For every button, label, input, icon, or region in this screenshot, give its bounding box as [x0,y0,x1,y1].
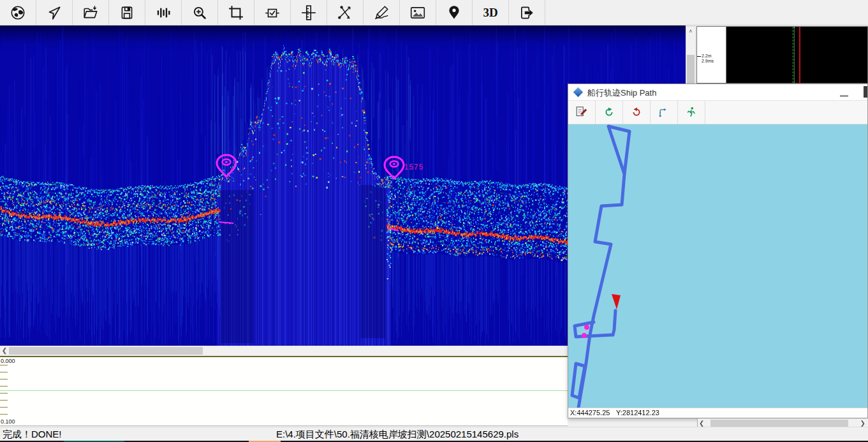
ascan-trace-line-white [794,27,795,83]
track-edit-button[interactable] [568,101,596,124]
ascan-scale-tick [697,56,701,57]
cross-measure-button[interactable] [327,0,364,25]
path-nodes-button[interactable] [651,101,678,124]
gate-box-icon [264,4,281,21]
ruler-button[interactable] [291,0,327,25]
cursor-y-coordinate: Y:2812412.23 [616,409,659,416]
globe-button[interactable] [0,0,36,25]
main-toolbar: 3D [0,0,868,26]
ship-path-window-title: 船行轨迹Ship Path [587,87,656,99]
event-dot-marker [584,325,589,330]
replay-runner-button[interactable] [678,101,705,124]
save-button[interactable] [109,0,145,25]
status-bar: 完成！DONE! E:\4.项目文件\50.福清核电岸坡扫测\202502151… [0,427,868,441]
save-icon [119,4,135,21]
edit-icon [575,105,589,119]
waveform-icon [155,4,172,21]
path-nodes-icon [658,106,670,119]
sonar-horizontal-scrollbar[interactable]: ❮ [0,346,568,355]
window-diamond-icon [573,87,584,98]
pin-icon [215,154,238,179]
zoom-in-button[interactable] [182,0,218,25]
runner-icon [685,106,698,119]
scroll-up-button[interactable]: ˄ [686,27,695,36]
bottom-right-scrollbar[interactable]: ❮ ❯ [698,418,868,427]
exit-icon [519,4,535,21]
open-file-button[interactable] [73,0,109,25]
amplitude-tick-marks [0,365,8,420]
rotate-cw-red-icon [630,106,643,119]
ship-track-line [572,364,585,398]
status-message: 完成！DONE! [3,429,62,441]
ship-position-marker [612,294,621,309]
amplitude-bottom-label: 0.100 [1,418,15,425]
annotate-pen-button[interactable] [364,0,400,25]
event-dot-marker [582,333,587,338]
partial-window-button[interactable] [864,86,867,98]
ship-path-window: 船行轨迹Ship Path [568,84,868,418]
navigate-button[interactable] [36,0,73,25]
amplitude-panel: 0.000 0.100 [0,356,568,426]
minimize-button[interactable] [834,84,853,100]
ship-track-line [613,311,615,335]
location-pin-icon [446,4,462,21]
gate-box-button[interactable] [254,0,291,25]
location-pin-button[interactable] [436,0,473,25]
ship-track-plot [568,124,867,408]
horizontal-scroll-thumb[interactable] [9,347,203,355]
open-file-icon [82,4,99,21]
zoom-in-icon [191,4,208,21]
globe-icon [10,4,26,21]
ascan-gate-line-green [793,27,793,83]
exit-button[interactable] [509,0,545,25]
navigate-cursor-icon [46,4,63,21]
crop-button[interactable] [218,0,254,25]
status-file-path: E:\4.项目文件\50.福清核电岸坡扫测\20250215145629.pls [276,429,519,441]
amplitude-top-label: 0.000 [1,358,15,364]
ship-path-statusbar: X:444275.25 Y:2812412.23 [568,408,867,418]
ascan-depth-scale: 2.2m2.9ms [697,27,726,83]
ship-path-map[interactable] [568,124,867,408]
ship-track-line [608,126,629,174]
ship-path-toolbar [568,101,867,124]
ship-track-line [575,322,613,337]
scroll-left-button[interactable]: ❮ [0,346,9,355]
crop-icon [228,4,244,21]
pin-label: 1575 [404,163,424,172]
image-export-button[interactable] [400,0,436,25]
rotate-cw-green-icon [603,106,615,119]
refresh-green-button[interactable] [596,101,623,124]
minimize-icon [840,95,848,97]
cross-measure-icon [337,4,353,21]
application-window: 3D 1575 ˄ ❮ 0.000 0.100 2.2m2.9ms [0,0,868,442]
ascan-scale-label: 2.2m2.9ms [702,54,714,64]
cursor-x-coordinate: X:444275.25 [570,409,610,416]
view-3d-label: 3D [483,6,497,20]
image-icon [409,4,426,21]
amplitude-zero-line [0,390,568,391]
ascan-panel: 2.2m2.9ms [696,26,868,84]
annotate-pen-icon [373,4,390,21]
ascan-cursor-line-red [799,27,800,83]
ruler-icon [300,4,317,21]
waveform-button[interactable] [145,0,182,25]
ship-path-titlebar[interactable]: 船行轨迹Ship Path [568,84,867,101]
refresh-red-button[interactable] [623,101,651,124]
pin-icon [383,156,406,181]
view-3d-button[interactable]: 3D [473,0,509,25]
